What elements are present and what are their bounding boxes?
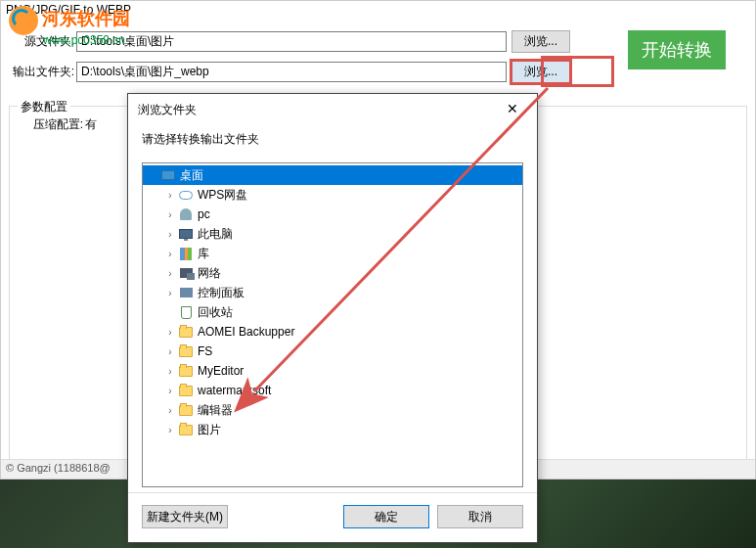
- tree-item[interactable]: ›watermarksoft: [143, 381, 522, 400]
- tree-item-label: 网络: [198, 265, 221, 282]
- expander-icon[interactable]: ›: [164, 229, 176, 240]
- tree-item-label: WPS网盘: [198, 187, 247, 204]
- browse-source-button[interactable]: 浏览...: [511, 30, 570, 53]
- tree-item-label: 图片: [198, 422, 221, 438]
- dialog-instruction: 请选择转换输出文件夹: [128, 125, 537, 158]
- dialog-title-text: 浏览文件夹: [138, 102, 197, 118]
- tree-item[interactable]: ›此电脑: [143, 224, 522, 244]
- tree-item-label: 控制面板: [198, 285, 245, 301]
- net-icon: [177, 265, 195, 281]
- ok-button[interactable]: 确定: [343, 505, 429, 528]
- window-title: PNG/JPG/GIF to WEBP: [1, 1, 755, 21]
- expander-icon[interactable]: ›: [164, 327, 176, 338]
- folder-icon: [177, 422, 195, 437]
- expander-icon[interactable]: ›: [164, 425, 176, 435]
- expander-icon[interactable]: ›: [164, 249, 176, 259]
- dialog-close-button[interactable]: ✕: [493, 96, 532, 123]
- tree-item-label: 库: [198, 246, 209, 262]
- start-convert-button[interactable]: 开始转换: [628, 30, 726, 69]
- tree-item[interactable]: ›图片: [143, 420, 522, 439]
- user-icon: [177, 206, 195, 222]
- expander-icon[interactable]: ›: [164, 405, 176, 416]
- expander-icon[interactable]: ›: [164, 366, 176, 377]
- tree-item-label: AOMEI Backupper: [198, 325, 294, 339]
- tree-item[interactable]: ›MyEditor: [143, 361, 522, 381]
- cloud-icon: [177, 187, 195, 203]
- tree-item[interactable]: ›FS: [143, 342, 522, 361]
- compress-config-label: 压缩配置:: [15, 116, 85, 133]
- tree-item[interactable]: ›WPS网盘: [143, 185, 522, 205]
- expander-icon[interactable]: ›: [164, 209, 176, 220]
- new-folder-button[interactable]: 新建文件夹(M): [142, 505, 228, 528]
- lib-icon: [177, 246, 195, 261]
- tree-item[interactable]: ›AOMEI Backupper: [143, 322, 522, 342]
- tree-item-label: 桌面: [180, 167, 203, 184]
- params-group-title: 参数配置: [18, 99, 70, 115]
- folder-icon: [177, 383, 195, 398]
- panel-icon: [177, 285, 195, 300]
- compress-config-value: 有: [85, 116, 97, 133]
- tree-item[interactable]: ›pc: [143, 205, 522, 224]
- tree-item[interactable]: 桌面: [143, 165, 522, 185]
- tree-item[interactable]: ›控制面板: [143, 283, 522, 302]
- tree-item-label: pc: [198, 207, 210, 221]
- tree-item[interactable]: ›网络: [143, 263, 522, 283]
- tree-item[interactable]: ›编辑器: [143, 400, 522, 420]
- folder-icon: [177, 324, 195, 340]
- folder-icon: [177, 343, 195, 359]
- desktop-icon: [159, 167, 177, 183]
- output-folder-label: 输出文件夹:: [6, 64, 76, 80]
- tree-item-label: 此电脑: [198, 226, 233, 243]
- source-folder-label: 源文件夹:: [6, 33, 76, 50]
- source-folder-input[interactable]: [76, 31, 507, 52]
- expander-icon[interactable]: ›: [164, 190, 176, 201]
- recycle-icon: [177, 304, 195, 320]
- monitor-icon: [177, 226, 195, 242]
- cancel-button[interactable]: 取消: [437, 505, 523, 528]
- tree-item-label: 编辑器: [198, 402, 233, 419]
- expander-icon[interactable]: ›: [164, 386, 176, 396]
- expander-icon[interactable]: ›: [164, 288, 176, 298]
- tree-item-label: MyEditor: [198, 364, 244, 378]
- tree-item-label: 回收站: [198, 304, 233, 321]
- browse-folder-dialog: 浏览文件夹 ✕ 请选择转换输出文件夹 桌面›WPS网盘›pc›此电脑›库›网络›…: [127, 93, 538, 543]
- output-folder-input[interactable]: [76, 62, 507, 82]
- folder-icon: [177, 363, 195, 379]
- expander-icon[interactable]: ›: [164, 268, 176, 279]
- tree-item[interactable]: ›库: [143, 244, 522, 263]
- expander-icon[interactable]: ›: [164, 346, 176, 357]
- tree-item-label: FS: [198, 344, 212, 358]
- folder-tree[interactable]: 桌面›WPS网盘›pc›此电脑›库›网络›控制面板回收站›AOMEI Backu…: [142, 162, 523, 487]
- annotation-highlight-box: [541, 56, 614, 87]
- tree-item-label: watermarksoft: [198, 384, 271, 397]
- folder-icon: [177, 402, 195, 418]
- tree-item[interactable]: 回收站: [143, 302, 522, 322]
